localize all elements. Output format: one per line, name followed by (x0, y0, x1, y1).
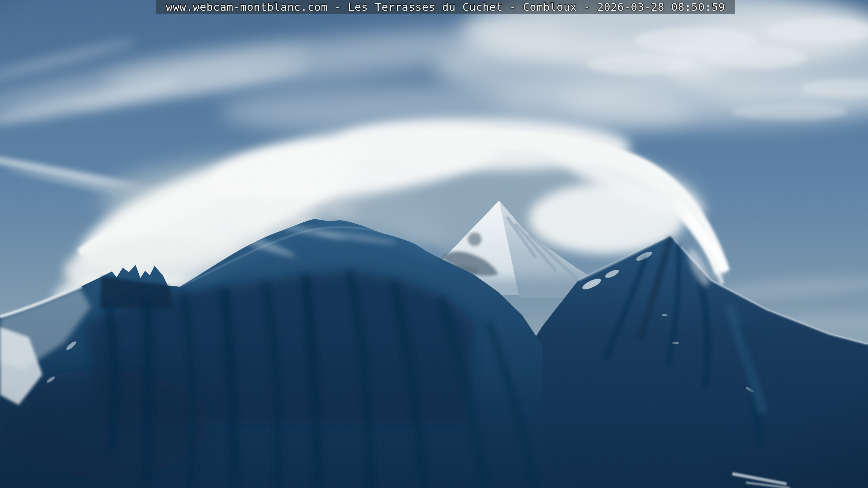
mountain-photo (0, 0, 868, 488)
webcam-overlay-bar: www.webcam-montblanc.com - Les Terrasses… (156, 0, 735, 14)
webcam-overlay-text: www.webcam-montblanc.com - Les Terrasses… (166, 0, 725, 14)
webcam-frame: www.webcam-montblanc.com - Les Terrasses… (0, 0, 868, 488)
film-grain (0, 0, 868, 488)
